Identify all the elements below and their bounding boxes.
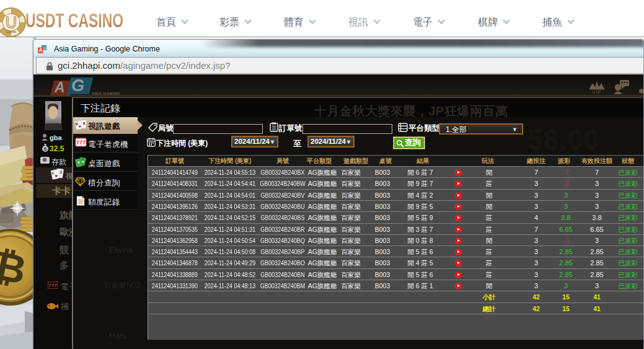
svg-text:VIP: VIP: [592, 89, 601, 94]
svg-text:777: 777: [76, 139, 86, 146]
svg-text:777: 777: [48, 283, 57, 288]
svg-text:$: $: [44, 146, 47, 152]
svg-text:A: A: [38, 47, 42, 53]
svg-text:0: 0: [43, 158, 46, 162]
svg-text:Casino: Casino: [6, 30, 17, 33]
